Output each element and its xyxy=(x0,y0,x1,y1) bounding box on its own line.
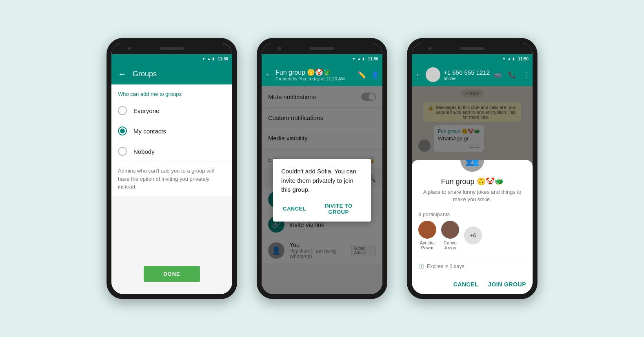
phone-3-status-bar: ▼ ▲ ▮ 11:50 xyxy=(412,54,533,63)
status-time: 11:50 xyxy=(218,57,228,61)
radio-label-everyone: Everyone xyxy=(133,107,159,114)
section-header: Who can add me to groups xyxy=(111,84,232,100)
contact-actions: 📹 📞 ⋮ xyxy=(493,71,529,79)
groups-title: Groups xyxy=(133,70,157,78)
camera-dot xyxy=(128,47,131,50)
wifi-icon-2: ▼ xyxy=(352,57,356,61)
invite-group-avatar: 👥 xyxy=(459,160,485,173)
dialog-message: Couldn't add Sofia. You can invite them … xyxy=(281,167,363,195)
camera-dot-3 xyxy=(428,47,431,50)
group-chat-subtitle: Created by You, today at 11:20 AM xyxy=(275,76,355,81)
contact-status: online xyxy=(444,76,490,81)
radio-inner-mycontacts xyxy=(120,129,125,133)
phone-3: ▼ ▲ ▮ 11:50 ← +1 650 555 1212 online 📹 📞… xyxy=(407,38,537,299)
dialog-overlay: Couldn't add Sofia. You can invite them … xyxy=(262,86,382,294)
invite-join-button[interactable]: JOIN GROUP xyxy=(488,281,526,288)
phone-2-notch xyxy=(262,43,382,54)
invite-avatar-2: CahyoJoego xyxy=(441,221,459,250)
groups-app-bar: ← Groups xyxy=(111,63,232,84)
back-icon-3[interactable]: ← xyxy=(415,71,422,79)
radio-circle-everyone xyxy=(118,106,127,115)
battery-icon: ▮ xyxy=(212,57,214,61)
back-icon[interactable]: ← xyxy=(118,69,126,79)
radio-circle-nobody xyxy=(118,147,127,156)
phone-2: ▼ ▲ ▮ 11:50 ← Fun group 🙃🤡🐲 Created by Y… xyxy=(257,38,387,299)
speaker-bar-2 xyxy=(310,47,334,50)
radio-nobody[interactable]: Nobody xyxy=(111,141,232,162)
app-bar-actions: ✏️ 👤 xyxy=(358,71,379,79)
status-time-2: 11:50 xyxy=(368,57,378,61)
invite-dialog: Couldn't add Sofia. You can invite them … xyxy=(273,159,371,222)
invite-group-desc: A place to share funny jokes and things … xyxy=(422,188,523,203)
invite-divider-2 xyxy=(412,276,533,276)
done-button[interactable]: DONE xyxy=(144,266,200,282)
invite-avatar-1: AyeshaPawar xyxy=(418,221,436,250)
radio-label-nobody: Nobody xyxy=(133,148,155,155)
radio-mycontacts[interactable]: My contacts xyxy=(111,121,232,141)
wifi-icon-3: ▼ xyxy=(502,57,506,61)
invite-modal: 👥 Fun group 🙃🤡🐲 A place to share funny j… xyxy=(412,160,533,294)
avatar-plus: +6 xyxy=(464,226,482,244)
invite-avatar-plus: +6 xyxy=(464,226,482,244)
avatar-cahyo xyxy=(441,221,459,239)
wifi-icon: ▼ xyxy=(202,57,206,61)
dialog-cancel-button[interactable]: CANCEL xyxy=(281,201,308,217)
invite-actions: CANCEL JOIN GROUP xyxy=(412,279,533,288)
call-icon[interactable]: 📞 xyxy=(508,71,516,79)
contact-name: +1 650 555 1212 xyxy=(444,69,490,76)
invite-overlay: 👥 Fun group 🙃🤡🐲 A place to share funny j… xyxy=(412,86,533,294)
signal-icon: ▲ xyxy=(207,57,211,61)
signal-icon-2: ▲ xyxy=(358,57,361,61)
battery-icon-3: ▮ xyxy=(513,57,515,61)
phones-container: ▼ ▲ ▮ 11:50 ← Groups Who can add me to g… xyxy=(0,22,644,315)
phone-1-notch xyxy=(111,43,232,54)
invite-cancel-button[interactable]: CANCEL xyxy=(453,281,478,288)
contact-avatar xyxy=(426,67,440,82)
radio-circle-mycontacts xyxy=(118,126,127,135)
add-person-icon[interactable]: 👤 xyxy=(371,71,379,79)
invite-group-name: Fun group 🙃🤡🐲 xyxy=(418,177,526,186)
chat-background: TODAY 🔒 Messages to this chat and calls … xyxy=(412,86,533,294)
battery-icon-2: ▮ xyxy=(362,57,364,61)
invite-expires: 🕐 Expires in 3 days xyxy=(412,260,533,273)
done-button-container: DONE xyxy=(111,266,232,282)
invite-avatars-row: AyeshaPawar CahyoJoego +6 xyxy=(412,219,533,253)
avatar-ayesha xyxy=(418,221,436,239)
speaker-bar-3 xyxy=(460,47,484,50)
more-icon[interactable]: ⋮ xyxy=(523,71,529,79)
camera-dot-2 xyxy=(278,47,281,50)
video-call-icon[interactable]: 📹 xyxy=(493,71,502,79)
avatar-ayesha-name: AyeshaPawar xyxy=(420,240,435,250)
avatar-cahyo-name: CahyoJoego xyxy=(444,240,457,250)
dialog-invite-button[interactable]: INVITE TO GROUP xyxy=(314,201,363,217)
signal-icon-3: ▲ xyxy=(508,57,511,61)
invite-divider xyxy=(412,257,533,257)
edit-icon[interactable]: ✏️ xyxy=(358,71,366,79)
phone-2-status-bar: ▼ ▲ ▮ 11:50 xyxy=(262,54,382,63)
groups-settings-content: Who can add me to groups Everyone My con… xyxy=(111,84,232,294)
invite-participants-count: 8 participants xyxy=(412,208,533,219)
contact-app-bar: ← +1 650 555 1212 online 📹 📞 ⋮ xyxy=(412,63,533,86)
dialog-actions: CANCEL INVITE TO GROUP xyxy=(281,201,363,217)
phone-1: ▼ ▲ ▮ 11:50 ← Groups Who can add me to g… xyxy=(107,38,237,299)
clock-icon: 🕐 xyxy=(418,264,424,269)
group-chat-title: Fun group 🙃🤡🐲 xyxy=(275,69,355,76)
status-time-3: 11:50 xyxy=(518,57,529,61)
group-info-content: Mute notifications Custom notifications … xyxy=(262,86,382,294)
radio-label-mycontacts: My contacts xyxy=(133,128,166,135)
phone-1-status-bar: ▼ ▲ ▮ 11:50 xyxy=(111,54,232,63)
speaker-bar xyxy=(160,47,184,50)
group-app-bar: ← Fun group 🙃🤡🐲 Created by You, today at… xyxy=(262,63,382,86)
back-icon-2[interactable]: ← xyxy=(265,71,272,79)
settings-description: Admins who can't add you to a group will… xyxy=(111,162,232,196)
radio-everyone[interactable]: Everyone xyxy=(111,100,232,121)
phone-3-notch xyxy=(412,43,533,54)
expires-text: Expires in 3 days xyxy=(427,264,464,269)
